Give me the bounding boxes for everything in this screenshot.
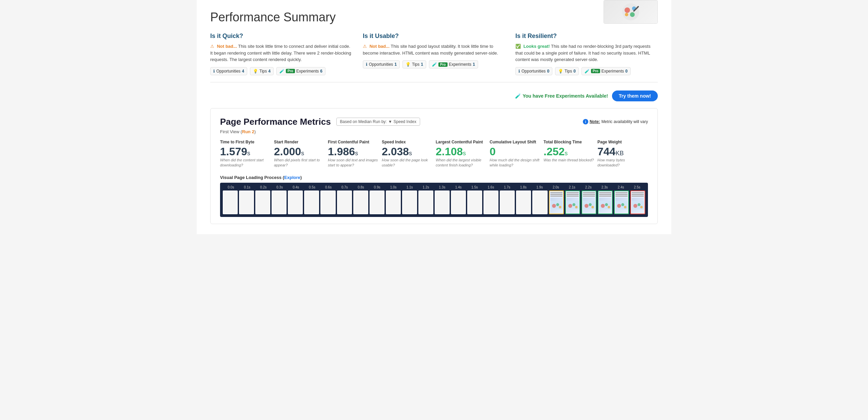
usable-opportunities-badge[interactable]: ℹ Opportunities 1 xyxy=(363,60,400,68)
quick-opp-count: 4 xyxy=(242,69,244,74)
quick-warning-icon: ⚠ xyxy=(210,44,214,49)
quick-experiments-badge[interactable]: 🧪 Pro Experiments 6 xyxy=(276,67,326,75)
note-text: i Note: Metric availability will vary xyxy=(583,119,648,124)
svg-point-1 xyxy=(625,7,630,13)
filmstrip-timestamp-13: 1.3s xyxy=(434,185,450,189)
metric-value-6: .252s xyxy=(544,146,594,157)
visual-loading-title: Visual Page Loading Process (Explore) xyxy=(220,175,648,180)
metric-item-4: Largest Contentful Paint2.108sWhen did t… xyxy=(436,140,486,168)
filmstrip-frame-0 xyxy=(223,191,238,214)
filmstrip-timestamp-15: 1.5s xyxy=(467,185,483,189)
usable-experiments-badge[interactable]: 🧪 Pro Experiments 1 xyxy=(429,60,478,68)
metrics-header: Page Performance Metrics Based on Median… xyxy=(220,117,648,127)
exp-icon-usable: 🧪 xyxy=(432,62,437,67)
usable-section: Is it Usable? ⚠ Not bad... This site had… xyxy=(363,33,505,75)
metric-item-5: Cumulative Layout Shift0How much did the… xyxy=(490,140,540,168)
note-label: Note: xyxy=(590,119,600,124)
resilient-tips-label: Tips xyxy=(565,69,572,74)
filmstrip-timestamp-10: 1.0s xyxy=(385,185,401,189)
filmstrip-timestamp-24: 2.4s xyxy=(613,185,629,189)
quick-tips-count: 4 xyxy=(268,69,271,74)
filmstrip-frame-17 xyxy=(500,191,515,214)
quick-opportunities-badge[interactable]: ℹ Opportunities 4 xyxy=(210,67,247,75)
resilient-section: Is it Resilient? ✅ Looks great! This sit… xyxy=(515,33,658,75)
metric-label-4: Largest Contentful Paint xyxy=(436,140,486,145)
filmstrip-frame-6 xyxy=(320,191,335,214)
free-exp-text: 🧪 You have Free Experiments Available! xyxy=(515,93,608,99)
usable-heading: Is it Usable? xyxy=(363,33,505,40)
first-view-text: First View xyxy=(220,129,239,134)
filmstrip-timestamp-7: 0.7s xyxy=(336,185,353,189)
exp-icon: 🧪 xyxy=(279,69,284,74)
filmstrip-frame-9 xyxy=(370,191,384,214)
filmstrip-frame-5 xyxy=(304,191,319,214)
filmstrip-timestamp-16: 1.6s xyxy=(483,185,499,189)
filmstrip-frame-11 xyxy=(402,191,417,214)
filmstrip-frame-12 xyxy=(418,191,433,214)
filmstrip-frame-10 xyxy=(386,191,401,214)
filmstrip-frame-25 xyxy=(630,191,645,214)
filmstrip-frame-20 xyxy=(549,191,564,214)
quick-tips-label: Tips xyxy=(259,69,267,74)
filmstrip-timestamp-3: 0.3s xyxy=(272,185,288,189)
filmstrip-frame-23 xyxy=(598,191,613,214)
visual-loading-label: Visual Page Loading Process xyxy=(220,175,281,180)
metric-value-5: 0 xyxy=(490,146,540,157)
metrics-card: Page Performance Metrics Based on Median… xyxy=(210,108,658,224)
note-value: Metric availability will vary xyxy=(601,119,648,124)
run-link[interactable]: Run 2 xyxy=(242,129,254,134)
metric-desc-4: When did the largest visible content fin… xyxy=(436,158,486,168)
svg-point-15 xyxy=(585,204,589,208)
note-info-icon: i xyxy=(583,119,588,124)
visual-loading-section: Visual Page Loading Process (Explore) 0.… xyxy=(220,175,648,217)
top-image-placeholder xyxy=(604,0,657,23)
quick-status: Not bad... xyxy=(217,44,237,49)
metric-desc-2: How soon did text and images start to ap… xyxy=(328,158,378,168)
explore-link[interactable]: Explore xyxy=(284,175,300,180)
svg-point-17 xyxy=(591,206,594,208)
filmstrip-frame-4 xyxy=(288,191,303,214)
resilient-tips-badge[interactable]: 💡 Tips 0 xyxy=(555,67,579,75)
filmstrip-frame-22 xyxy=(581,191,596,214)
pro-label-resilient: Pro xyxy=(591,69,600,73)
metrics-row: Time to First Byte1.579sWhen did the con… xyxy=(220,140,648,168)
performance-grid: Is it Quick? ⚠ Not bad... This site took… xyxy=(210,33,658,75)
tips-icon-usable: 💡 xyxy=(406,62,411,67)
first-view-label: First View (Run 2) xyxy=(220,129,648,134)
filmstrip-timestamp-2: 0.2s xyxy=(255,185,272,189)
filmstrip-frame-7 xyxy=(337,191,352,214)
filmstrip-timestamp-14: 1.4s xyxy=(450,185,467,189)
usable-status: Not bad... xyxy=(370,44,390,49)
filmstrip-timestamp-17: 1.7s xyxy=(499,185,515,189)
filmstrip-timestamp-25: 2.5s xyxy=(629,185,645,189)
metric-desc-3: How soon did the page look usable? xyxy=(382,158,432,168)
filmstrip-timestamp-9: 0.9s xyxy=(369,185,385,189)
try-now-button[interactable]: Try them now! xyxy=(612,91,658,101)
usable-tips-count: 1 xyxy=(421,62,423,67)
svg-point-16 xyxy=(589,203,592,206)
resilient-opportunities-badge[interactable]: ℹ Opportunities 0 xyxy=(515,67,552,75)
resilient-experiments-badge[interactable]: 🧪 Pro Experiments 0 xyxy=(581,67,631,75)
metric-label-0: Time to First Byte xyxy=(220,140,271,145)
metric-desc-6: Was the main thread blocked? xyxy=(544,158,594,163)
metric-value-2: 1.986s xyxy=(328,146,378,157)
metric-value-7: 744KB xyxy=(597,146,648,157)
filmstrip-timestamp-4: 0.4s xyxy=(288,185,304,189)
metric-item-6: Total Blocking Time.252sWas the main thr… xyxy=(544,140,594,168)
resilient-tips-count: 0 xyxy=(573,69,576,74)
metric-label-3: Speed Index xyxy=(382,140,432,145)
quick-badges-row: ℹ Opportunities 4 💡 Tips 4 🧪 Pro Experim… xyxy=(210,67,353,75)
filmstrip-frame-2 xyxy=(255,191,270,214)
filmstrip-frame-13 xyxy=(435,191,450,214)
quick-section: Is it Quick? ⚠ Not bad... This site took… xyxy=(210,33,353,75)
quick-tips-badge[interactable]: 💡 Tips 4 xyxy=(250,67,274,75)
pro-label-usable: Pro xyxy=(438,62,448,67)
median-badge[interactable]: Based on Median Run by: ▼ Speed Index xyxy=(336,118,420,126)
usable-exp-count: 1 xyxy=(473,62,475,67)
metric-value-1: 2.000s xyxy=(274,146,324,157)
filmstrip-frame-21 xyxy=(565,191,580,214)
metric-desc-1: When did pixels first start to appear? xyxy=(274,158,324,168)
filmstrip-timestamp-6: 0.6s xyxy=(320,185,337,189)
usable-tips-badge[interactable]: 💡 Tips 1 xyxy=(402,60,426,68)
resilient-exp-count: 0 xyxy=(625,69,628,74)
